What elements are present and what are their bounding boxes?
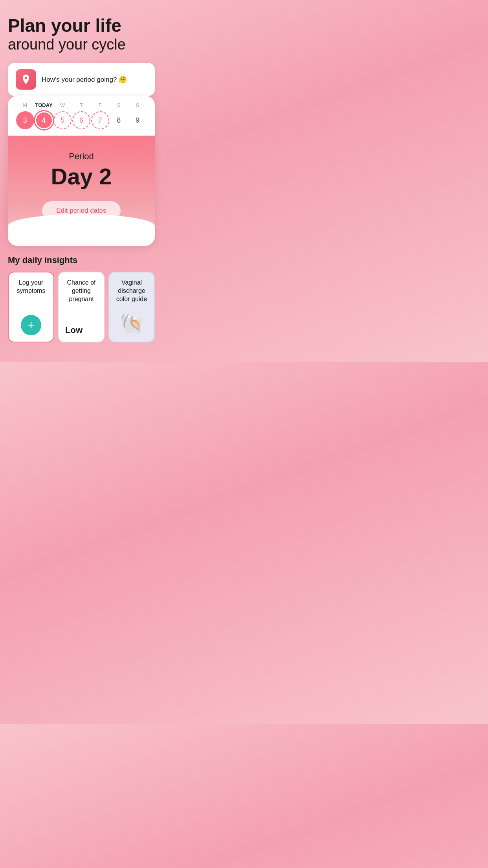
insights-cards: Log your symptoms + Chance of getting pr… [8, 272, 155, 342]
date-3[interactable]: 3 [16, 111, 34, 129]
page-wrapper: Plan your life around your cycle How's y… [0, 0, 163, 362]
period-info-section: Period Day 2 Edit period dates [8, 136, 155, 246]
calendar-days-header: M TODAY W T F S S [16, 102, 147, 108]
day-label-w: W [53, 102, 72, 108]
edit-period-button[interactable]: Edit period dates [42, 201, 121, 220]
app-icon [16, 69, 36, 90]
log-symptoms-card[interactable]: Log your symptoms + [8, 272, 54, 342]
date-4-today[interactable]: 4 [35, 111, 53, 129]
period-day: Day 2 [51, 163, 112, 189]
date-8[interactable]: 8 [110, 111, 128, 129]
pregnancy-chance-title: Chance of getting pregnant [64, 279, 99, 303]
header: Plan your life around your cycle [8, 16, 155, 53]
day-label-s2: S [128, 102, 147, 108]
headline-regular: around your cycle [8, 36, 155, 54]
day-label-today: TODAY [35, 102, 53, 108]
pregnancy-value: Low [64, 325, 83, 335]
discharge-guide-title: Vaginal discharge color guide [114, 279, 149, 303]
day-label-t: T [72, 102, 90, 108]
notification-card[interactable]: How's your period going? 🤗 [8, 63, 155, 96]
discharge-guide-card[interactable]: Vaginal discharge color guide 🐚 [108, 272, 155, 342]
day-label-f: F [91, 102, 109, 108]
shell-icon: 🐚 [119, 312, 145, 336]
headline-bold: Plan your life [8, 16, 155, 36]
date-6[interactable]: 6 [72, 111, 90, 129]
date-9[interactable]: 9 [128, 111, 147, 129]
insights-title: My daily insights [8, 255, 155, 265]
pregnancy-chance-card[interactable]: Chance of getting pregnant Low [58, 272, 105, 342]
period-label: Period [69, 151, 94, 162]
main-card: M TODAY W T F S S 3 4 5 6 7 8 9 Period D… [8, 96, 155, 246]
discharge-image: 🐚 [116, 312, 147, 335]
notification-text: How's your period going? 🤗 [42, 75, 127, 84]
calendar-dates: 3 4 5 6 7 8 9 [16, 111, 147, 136]
day-label-m: M [16, 102, 34, 108]
calendar-section: M TODAY W T F S S 3 4 5 6 7 8 9 [8, 96, 155, 136]
log-symptoms-title: Log your symptoms [13, 279, 49, 295]
date-7[interactable]: 7 [91, 111, 109, 129]
insights-section: My daily insights Log your symptoms + Ch… [8, 255, 155, 350]
plus-icon[interactable]: + [21, 315, 41, 335]
day-label-s1: S [110, 102, 128, 108]
date-5[interactable]: 5 [53, 111, 72, 129]
